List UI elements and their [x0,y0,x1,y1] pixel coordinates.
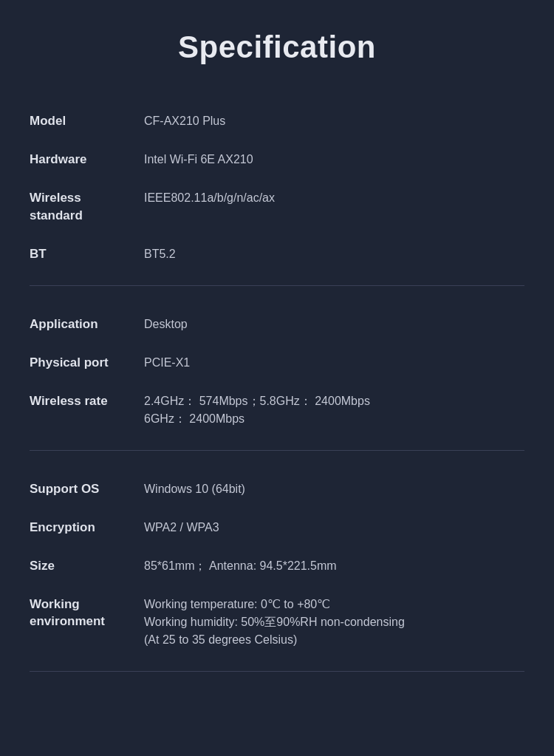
row-model: Model CF-AX210 Plus [30,102,524,140]
page-title: Specification [30,30,524,65]
label-support-os: Support OS [30,480,144,498]
row-wireless-standard: Wirelessstandard IEEE802.11a/b/g/n/ac/ax [30,179,524,235]
label-physical-port: Physical port [30,354,144,372]
row-wireless-rate: Wireless rate 2.4GHz： 574Mbps；5.8GHz： 24… [30,382,524,438]
label-encryption: Encryption [30,519,144,537]
row-encryption: Encryption WPA2 / WPA3 [30,508,524,547]
page-container: Specification Model CF-AX210 Plus Hardwa… [0,0,554,756]
row-size: Size 85*61mm； Antenna: 94.5*221.5mm [30,547,524,585]
value-wireless-rate: 2.4GHz： 574Mbps；5.8GHz： 2400Mbps6GHz： 24… [144,392,524,428]
label-application: Application [30,316,144,333]
value-size: 85*61mm； Antenna: 94.5*221.5mm [144,557,524,575]
value-hardware: Intel Wi-Fi 6E AX210 [144,151,524,168]
label-wireless-standard: Wirelessstandard [30,189,144,225]
value-working-environment: Working temperature: 0℃ to +80℃Working h… [144,596,524,649]
section-os: Support OS Windows 10 (64bit) Encryption… [30,470,524,659]
section-application: Application Desktop Physical port PCIE-X… [30,305,524,438]
divider-3 [30,671,524,672]
value-support-os: Windows 10 (64bit) [144,480,524,498]
row-physical-port: Physical port PCIE-X1 [30,344,524,382]
label-bt: BT [30,245,144,263]
value-physical-port: PCIE-X1 [144,354,524,372]
value-encryption: WPA2 / WPA3 [144,519,524,537]
row-application: Application Desktop [30,305,524,344]
row-bt: BT BT5.2 [30,235,524,273]
value-wireless-standard: IEEE802.11a/b/g/n/ac/ax [144,189,524,207]
label-wireless-rate: Wireless rate [30,392,144,410]
label-hardware: Hardware [30,151,144,168]
row-hardware: Hardware Intel Wi-Fi 6E AX210 [30,140,524,179]
value-model: CF-AX210 Plus [144,112,524,130]
section-gap-2 [30,463,524,470]
section-hardware: Model CF-AX210 Plus Hardware Intel Wi-Fi… [30,102,524,273]
section-gap-1 [30,298,524,305]
label-model: Model [30,112,144,130]
label-working-environment: Workingenvironment [30,596,144,631]
value-application: Desktop [144,316,524,333]
row-support-os: Support OS Windows 10 (64bit) [30,470,524,508]
divider-1 [30,285,524,286]
label-size: Size [30,557,144,575]
divider-2 [30,450,524,451]
row-working-environment: Workingenvironment Working temperature: … [30,585,524,659]
value-bt: BT5.2 [144,245,524,263]
